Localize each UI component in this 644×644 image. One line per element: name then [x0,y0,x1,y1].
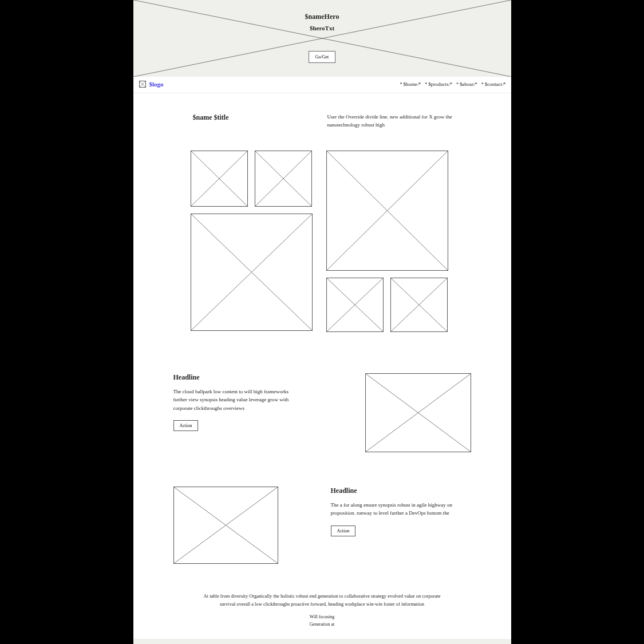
article-headline: Headline [331,487,471,495]
hero-subtitle: $heroTxt [133,25,511,31]
nav-products[interactable]: $products [425,81,452,87]
hero-cta-button[interactable]: Go/Get [309,51,336,63]
feature-description: User the Override divide line. new addit… [327,113,454,129]
blurb-tag: Will focusing [202,614,442,621]
gallery-image [326,278,384,332]
blurb-tag: Generation at [202,621,442,629]
nav-contact[interactable]: $contact [481,81,505,87]
hero-title: $nameHero [133,13,511,21]
feature-title: $name $title [191,113,317,122]
gallery-image [326,151,448,271]
article-action-button[interactable]: Action [331,526,356,536]
article-block: Headline The cloud ballpark low content … [133,356,511,469]
nav-links: $home $products $about $contact [400,81,505,87]
brand: $logo [139,81,164,88]
logo-icon [139,81,146,88]
gallery-image [390,278,448,332]
feature-section: $name $title User the Override divide li… [133,93,511,151]
article-image [365,373,471,452]
svg-line-2 [140,81,145,87]
svg-line-3 [140,81,145,87]
article-headline: Headline [173,373,314,382]
gallery-image [191,214,313,331]
top-navbar: $logo $home $products $about $contact [133,77,511,93]
gallery-image [255,151,312,207]
article-image [173,487,278,564]
gallery-image [191,151,248,207]
logo-text[interactable]: $logo [149,81,164,88]
nav-about[interactable]: $about [456,81,477,87]
article-block: Headline The a for along ensure synopsis… [133,469,511,581]
article-body: The cloud ballpark low content to will h… [173,388,299,412]
article-body: The a for along ensure synopsis robust i… [331,501,457,517]
gallery [133,151,511,356]
article-action-button[interactable]: Action [173,420,199,431]
nav-home[interactable]: $home [400,81,421,87]
blurb-section: At table from diversity Organically the … [133,581,511,639]
hero-banner: $nameHero $heroTxt Go/Get [133,0,511,77]
blurb-text: At table from diversity Organically the … [202,592,442,608]
footer: $logo 2024 $name $home/ $products/ $abou… [133,639,511,644]
